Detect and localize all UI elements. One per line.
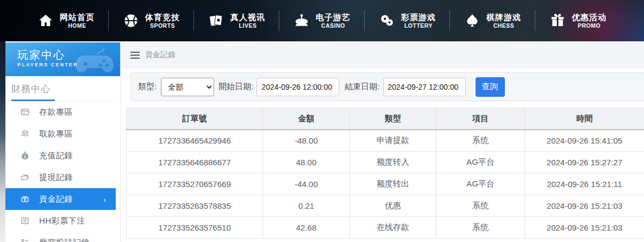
table-cell: 优惠 — [350, 195, 436, 217]
type-label: 類型: — [138, 82, 157, 92]
table-cell: 额度转出 — [350, 173, 436, 195]
nav-label-en: PROMO — [572, 22, 607, 29]
start-date-input[interactable] — [257, 78, 339, 96]
column-header: 訂單號 — [127, 108, 263, 130]
end-date-label: 結束日期: — [345, 82, 379, 92]
bank-card-icon — [20, 107, 30, 117]
nav-label-zh: 优惠活动 — [572, 12, 607, 22]
table-cell: 2024-09-26 15:21:11 — [525, 173, 644, 195]
players-center-header: 玩家中心 PLAYERS CENTER — [5, 42, 120, 76]
sidebar-item-label: 廳室投註記錄 — [39, 238, 90, 242]
page-title: 資金記錄 — [145, 50, 176, 60]
nav-label-zh: 电子游艺 — [316, 12, 351, 22]
list-icon — [20, 216, 30, 226]
basketball-icon — [123, 13, 139, 29]
table-cell: 48.00 — [263, 152, 350, 173]
sidebar-item-withdrawal-records[interactable]: 提現記錄 › — [5, 166, 120, 188]
sidebar-item-withdraw-zone[interactable]: 取款專區 › — [5, 123, 120, 145]
table-cell: 0.21 — [263, 195, 350, 217]
sidebar-item-funds-records[interactable]: 資金記錄 › — [5, 188, 116, 210]
table-row: 1727336465429946-48.00申请提款系统2024-09-26 1… — [127, 130, 644, 152]
table-row: 17273352635788350.21优惠系统2024-09-26 15:21… — [127, 195, 644, 217]
withdraw-hand-icon — [20, 129, 30, 139]
gift-icon — [549, 13, 566, 29]
end-date-input[interactable] — [383, 78, 466, 96]
nav-item-home[interactable]: 网站首页 HOME — [23, 12, 109, 29]
table-cell: 2024-09-26 15:41:05 — [525, 130, 644, 152]
nav-item-lottery[interactable]: 彩票游戏 LOTTERY — [365, 12, 450, 29]
nav-label-en: LOTTERY — [401, 22, 436, 29]
nav-label-en: CASINO — [316, 22, 351, 29]
lottery-balls-icon — [379, 13, 395, 29]
sidebar: 玩家中心 PLAYERS CENTER 財務中心 存款專區 › 取款專區 › — [5, 42, 121, 242]
table-cell: 1727335270657669 — [127, 173, 263, 195]
nav-label-zh: 棋牌游戏 — [486, 12, 521, 22]
type-select[interactable]: 全部 — [161, 78, 214, 96]
column-header: 時間 — [525, 108, 644, 130]
table-row: 1727335270657669-44.00额度转出AG平台2024-09-26… — [127, 173, 644, 195]
start-date-label: 開始日期: — [218, 82, 253, 92]
gamepad-icon — [73, 46, 116, 75]
sidebar-item-label: 提現記錄 — [39, 172, 73, 183]
sidebar-item-label: HH彩票下注 — [39, 216, 85, 226]
nav-label-en: HOME — [60, 22, 95, 29]
finance-section-title: 財務中心 — [5, 83, 120, 95]
nav-item-promo[interactable]: 优惠活动 PROMO — [535, 12, 621, 29]
finance-section: 財務中心 — [5, 76, 120, 101]
table-cell: 2024-09-26 15:27:27 — [525, 152, 644, 173]
menu-toggle-icon[interactable] — [130, 52, 140, 59]
table-cell: 额度转入 — [350, 152, 436, 173]
cash-note-icon — [20, 172, 30, 182]
nav-label-en: CHESS — [486, 22, 521, 29]
sidebar-item-room-bet-records[interactable]: 廳室投註記錄 › — [5, 232, 120, 242]
column-header: 類型 — [350, 108, 436, 130]
roulette-icon — [293, 13, 310, 29]
cards-icon — [208, 13, 224, 29]
nav-item-casino[interactable]: 电子游艺 CASINO — [279, 12, 365, 29]
top-nav: 网站首页 HOME 体育竞技 SPORTS 真人视讯 LIVES 电子游艺 CA… — [0, 0, 644, 41]
breadcrumb: 資金記錄 — [121, 41, 644, 69]
nav-item-sports[interactable]: 体育竞技 SPORTS — [109, 12, 194, 29]
nav-item-chess[interactable]: 棋牌游戏 CHESS — [450, 12, 535, 29]
table-row: 172733526357651042.68在线存款系统2024-09-26 15… — [127, 217, 644, 239]
sidebar-item-hh-lottery-bets[interactable]: HH彩票下注 › — [5, 210, 120, 232]
banknote-icon — [20, 194, 30, 204]
nav-label-zh: 体育竞技 — [145, 12, 180, 22]
sidebar-item-label: 資金記錄 — [39, 194, 73, 204]
top-banner: 网站首页 HOME 体育竞技 SPORTS 真人视讯 LIVES 电子游艺 CA… — [0, 0, 644, 41]
sidebar-item-label: 存款專區 — [39, 107, 73, 117]
table-cell: AG平台 — [436, 152, 525, 173]
nav-label-en: LIVES — [230, 22, 265, 29]
table-cell: 42.68 — [263, 217, 350, 239]
home-icon — [37, 13, 54, 29]
filter-panel: 類型: 全部 開始日期: 結束日期: 查詢 — [130, 72, 644, 101]
sidebar-item-recharge-records[interactable]: 充值記錄 › — [5, 145, 120, 166]
sidebar-item-label: 取款專區 — [39, 129, 73, 139]
table-cell: -44.00 — [263, 173, 350, 195]
table-row: 172733564688667748.00额度转入AG平台2024-09-26 … — [127, 152, 644, 173]
search-button[interactable]: 查詢 — [476, 77, 505, 97]
nav-item-lives[interactable]: 真人视讯 LIVES — [194, 12, 279, 29]
spade-icon — [464, 13, 480, 29]
table-cell: 1727335646886677 — [127, 152, 263, 173]
table-body: 1727336465429946-48.00申请提款系统2024-09-26 1… — [127, 130, 644, 239]
table-cell: 系统 — [436, 217, 525, 239]
nav-label-zh: 网站首页 — [60, 12, 95, 22]
page: 网站首页 HOME 体育竞技 SPORTS 真人视讯 LIVES 电子游艺 CA… — [0, 0, 644, 242]
table-header-row: 訂單號金額類型項目時間 — [127, 108, 644, 130]
nav-label-zh: 彩票游戏 — [401, 12, 436, 22]
main-content: 類型: 全部 開始日期: 結束日期: 查詢 訂單號金額類型項目時間 172733… — [121, 69, 644, 242]
column-header: 金額 — [263, 108, 350, 130]
sidebar-menu: 存款專區 › 取款專區 › 充值記錄 › 提現記錄 › 資金記錄 › HH彩票下… — [5, 101, 120, 242]
column-header: 項目 — [436, 108, 525, 130]
table-cell: 在线存款 — [350, 217, 436, 239]
table-cell: 申请提款 — [350, 130, 436, 152]
table-cell: AG平台 — [436, 173, 525, 195]
nav-label-en: SPORTS — [145, 22, 180, 29]
table-cell: 1727335263578835 — [127, 195, 263, 217]
sidebar-item-deposit-zone[interactable]: 存款專區 › — [5, 101, 120, 123]
nav-label-zh: 真人视讯 — [230, 12, 265, 22]
checklist-icon — [20, 238, 30, 242]
chevron-right-icon: › — [103, 195, 106, 204]
funds-records-table: 訂單號金額類型項目時間 1727336465429946-48.00申请提款系统… — [126, 108, 644, 239]
